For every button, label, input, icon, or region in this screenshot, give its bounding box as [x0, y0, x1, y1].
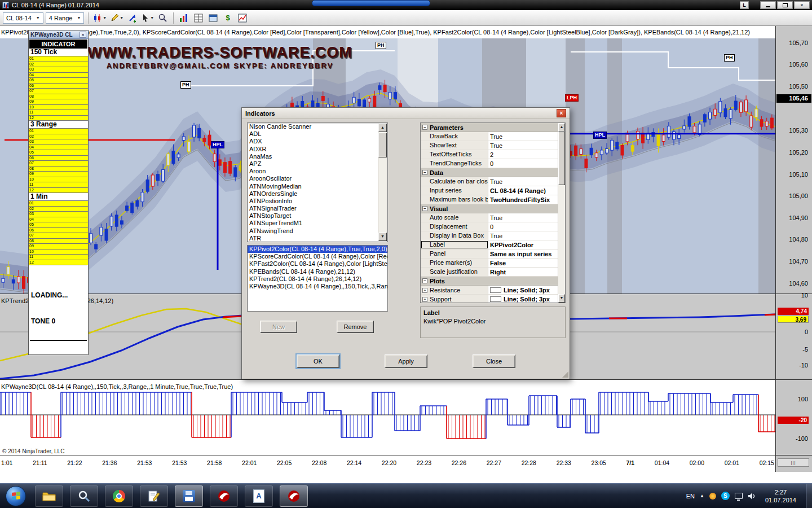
collapse-icon[interactable]: − — [422, 206, 427, 211]
save-app-taskbar-button[interactable] — [175, 485, 203, 507]
ok-button[interactable]: OK — [297, 354, 339, 368]
scroll-down-icon[interactable]: ▼ — [558, 294, 565, 303]
indicator-list-item[interactable]: ATNPostionInfo — [248, 198, 387, 205]
drawing-tools-button[interactable]: ▼ — [109, 12, 124, 24]
indicator-list-item[interactable]: ADL — [248, 130, 387, 138]
indicator-list-item[interactable]: APZ — [248, 160, 387, 168]
new-button[interactable]: New — [260, 321, 297, 333]
lock-button[interactable]: L — [740, 1, 749, 9]
close-dialog-button[interactable]: Close — [473, 354, 515, 368]
grid-row-resistance[interactable]: +ResistanceLine; Solid; 3px — [421, 286, 558, 295]
skype-icon[interactable]: S — [721, 492, 730, 500]
window-button[interactable] — [207, 12, 219, 24]
taskbar-clock[interactable]: 2:27 01.07.2014 — [761, 488, 801, 504]
horizontal-scrollbar[interactable]: ||| — [778, 458, 809, 467]
indicator-list-item[interactable]: ADX — [248, 138, 387, 145]
kpwayne3d-panel[interactable]: KPWayne3D(CL 08-14 (4 Range),,150,Tick,,… — [0, 379, 775, 455]
document-app-taskbar-button[interactable]: A — [245, 485, 273, 507]
grid-category-plots[interactable]: −Plots — [421, 277, 558, 286]
grid-row-showtext[interactable]: ShowTextTrue — [421, 141, 558, 150]
close-icon[interactable]: × — [80, 32, 86, 38]
grid-row-support[interactable]: +SupportLine; Solid; 3px — [421, 295, 558, 303]
scroll-up-icon[interactable]: ▲ — [558, 123, 565, 132]
plot-color-swatch[interactable] — [490, 287, 501, 293]
scrollbar-thumb[interactable] — [558, 132, 565, 185]
remove-button[interactable]: Remove — [337, 321, 374, 333]
grid-row-databox[interactable]: Display in Data BoxTrue — [421, 231, 558, 240]
grid-row-label[interactable]: LabelKPPivot2Color — [421, 240, 558, 249]
indicator-list-item[interactable]: Nison Candle Scanner — [248, 123, 387, 130]
notes-taskbar-button[interactable] — [140, 485, 168, 507]
expand-icon[interactable]: + — [422, 297, 427, 302]
indicator-list-item[interactable]: ATNMovingMedian — [248, 183, 387, 190]
grid-scrollbar[interactable]: ▲ ▼ — [558, 123, 565, 303]
indicator-list-item[interactable]: ADXR — [248, 146, 387, 153]
selected-indicators-list[interactable]: KPPivot2Color(CL 08-14 (4 Range),True,Tr… — [247, 245, 388, 312]
explorer-taskbar-button[interactable] — [35, 485, 63, 507]
selected-indicator-item[interactable]: KPWayne3D(CL 08-14 (4 Range),,150,Tick,,… — [248, 283, 387, 290]
selected-indicator-item[interactable]: KPEBands(CL 08-14 (4 Range),21,12) — [248, 268, 387, 275]
grid-category-visual[interactable]: −Visual — [421, 204, 558, 213]
indicator-list-item[interactable]: Aroon — [248, 168, 387, 175]
indicator-list-item[interactable]: ATNOrdersSingle — [248, 190, 387, 198]
period-combo[interactable]: 4 Range▼ — [46, 12, 85, 24]
indicator-list-item[interactable]: ATNSignalTrader — [248, 205, 387, 212]
property-grid[interactable]: −Parameters DrawBackTrue ShowTextTrue Te… — [420, 122, 566, 303]
indicator-list-item[interactable]: AnaMas — [248, 153, 387, 160]
kpwayne3d-status-window[interactable]: KPWayne3D CL × INDICATOR 150 Tick 010203… — [28, 30, 89, 355]
list-scrollbar[interactable]: ▲ ▼ — [378, 124, 387, 241]
search-taskbar-button[interactable] — [70, 485, 98, 507]
grid-row-textoffsetticks[interactable]: TextOffsetTicks2 — [421, 150, 558, 159]
grid-row-inputseries[interactable]: Input seriesCL 08-14 (4 Range) — [421, 186, 558, 195]
close-button[interactable]: × — [794, 1, 810, 9]
show-desktop-button[interactable] — [806, 484, 812, 508]
indicator-list-item[interactable]: AroonOscillator — [248, 175, 387, 182]
collapse-icon[interactable]: − — [422, 125, 427, 130]
grid-row-maxbars[interactable]: Maximum bars look backTwoHundredFiftySix — [421, 195, 558, 204]
selected-indicator-item[interactable]: KPScoreCardColor(CL 08-14 (4 Range),Colo… — [248, 253, 387, 260]
collapse-icon[interactable]: − — [422, 170, 427, 175]
status-window-titlebar[interactable]: KPWayne3D CL × — [29, 30, 88, 39]
grid-row-displacement[interactable]: Displacement0 — [421, 222, 558, 231]
account-dollar-button[interactable]: $ — [222, 12, 234, 24]
scroll-up-icon[interactable]: ▲ — [378, 124, 387, 132]
apply-button[interactable]: Apply — [385, 354, 427, 368]
docked-window-tab[interactable] — [312, 0, 430, 6]
grid-row-pricemarker[interactable]: Price marker(s)False — [421, 259, 558, 268]
chart-style-button[interactable]: ▼ — [92, 12, 107, 24]
hidden-icons-chevron[interactable]: ▲ — [700, 493, 704, 498]
data-series-button[interactable] — [178, 12, 190, 24]
grid-button[interactable] — [192, 12, 205, 24]
ninjatrader2-taskbar-button[interactable] — [280, 485, 308, 507]
grid-category-data[interactable]: −Data — [421, 168, 558, 177]
scrollbar-thumb[interactable] — [378, 133, 387, 157]
start-button[interactable] — [6, 486, 26, 506]
grid-row-autoscale[interactable]: Auto scaleTrue — [421, 213, 558, 222]
selected-indicator-item[interactable]: KPPivot2Color(CL 08-14 (4 Range),True,Tr… — [248, 246, 387, 253]
grid-row-trendchangeticks[interactable]: TrendChangeTicks0 — [421, 159, 558, 168]
plot-color-swatch[interactable] — [490, 296, 501, 302]
dialog-titlebar[interactable]: Indicators × — [242, 108, 570, 119]
dialog-close-button[interactable]: × — [557, 109, 566, 117]
language-indicator[interactable]: EN — [686, 493, 695, 500]
grid-row-calculate[interactable]: Calculate on bar closeTrue — [421, 177, 558, 186]
collapse-icon[interactable]: − — [422, 278, 427, 283]
restore-button[interactable] — [777, 1, 793, 9]
expand-icon[interactable]: + — [422, 288, 427, 293]
selected-indicator-item[interactable]: KPTrend2(CL 08-14 (4 Range),26,14,12) — [248, 275, 387, 283]
price-axis[interactable]: 105,70 105,60 105,50 105,30 105,20 105,1… — [775, 26, 812, 472]
indicator-list-item[interactable]: ATR — [248, 235, 387, 242]
chart-window-button[interactable] — [236, 12, 249, 24]
marker-tool-button[interactable] — [126, 12, 139, 24]
grid-row-scalejustification[interactable]: Scale justificationRight — [421, 268, 558, 277]
zoom-button[interactable] — [157, 12, 169, 24]
chrome-taskbar-button[interactable] — [105, 485, 133, 507]
grid-row-drawback[interactable]: DrawBackTrue — [421, 132, 558, 141]
minimize-button[interactable] — [760, 1, 776, 9]
time-axis[interactable]: 1:0121:1121:2221:3621:5321:5321:5822:012… — [0, 455, 775, 472]
selected-indicator-item[interactable]: KPFast2Color(CL 08-14 (4 Range),Color [L… — [248, 260, 387, 268]
indicator-list-item[interactable]: ATNStopTarget — [248, 212, 387, 220]
indicator-list-item[interactable]: ATNSuperTrendM1 — [248, 220, 387, 227]
ninjatrader-taskbar-button[interactable] — [210, 485, 238, 507]
scroll-down-icon[interactable]: ▼ — [378, 233, 387, 241]
